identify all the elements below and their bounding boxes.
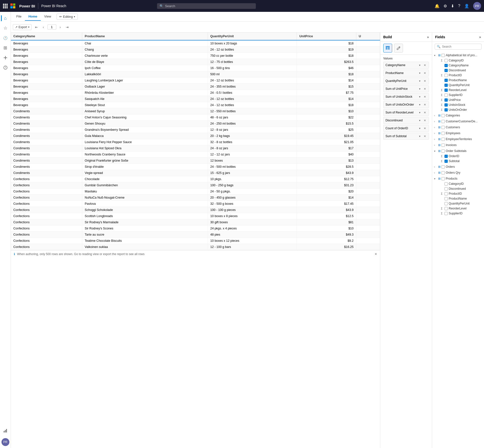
group-checkbox[interactable]	[442, 144, 445, 147]
value-chevron-down[interactable]: ▾	[418, 111, 422, 114]
tree-item[interactable]: Σ ✓ UnitsInStock	[432, 102, 484, 107]
value-chevron-down[interactable]: ▾	[418, 79, 422, 83]
field-checkbox[interactable]	[444, 182, 448, 186]
tree-item[interactable]: Σ CategoryID	[432, 181, 484, 186]
tree-item[interactable]: Σ SupplierID	[432, 93, 484, 97]
tree-item[interactable]: Σ ✓ ProductName	[432, 78, 484, 83]
value-remove[interactable]: ✕	[423, 134, 427, 138]
group-checkbox[interactable]	[442, 171, 445, 174]
value-remove[interactable]: ✕	[423, 95, 427, 99]
value-item[interactable]: Sum of UnitsInStock ▾ ✕	[383, 93, 429, 100]
field-checkbox[interactable]: ✓	[444, 155, 448, 158]
sidebar-item-home[interactable]: ⌂	[1, 14, 10, 23]
first-page-button[interactable]: ⇤	[34, 24, 40, 30]
value-chevron-down[interactable]: ▾	[418, 103, 422, 107]
value-remove[interactable]: ✕	[423, 126, 427, 130]
value-remove[interactable]: ✕	[423, 118, 427, 122]
next-page-button[interactable]: ›	[57, 24, 63, 30]
sidebar-item-favorites[interactable]: ☆	[1, 24, 10, 33]
value-chevron-down[interactable]: ▾	[418, 71, 422, 75]
value-item[interactable]: CategoryName ▾ ✕	[383, 62, 429, 69]
tree-group-header[interactable]: › ⊞ Invoices	[432, 142, 484, 148]
field-checkbox[interactable]	[444, 207, 448, 210]
tree-item[interactable]: Σ ProductName	[432, 196, 484, 201]
tree-item[interactable]: Σ ✓ ReorderLevel	[432, 88, 484, 93]
search-input[interactable]	[165, 4, 253, 8]
col-header-quantityperunit[interactable]: QuantityPerUnit	[208, 33, 297, 40]
sidebar-item-apps[interactable]: ⊞	[1, 43, 10, 52]
build-table-icon[interactable]	[383, 44, 392, 53]
sidebar-item-recent[interactable]: 🕐	[1, 34, 10, 42]
field-checkbox[interactable]	[444, 212, 448, 215]
value-item[interactable]: Sum of Subtotal ▾ ✕	[383, 133, 429, 140]
tree-item[interactable]: Σ ✓ UnitPrice	[432, 97, 484, 102]
data-table-container[interactable]: CategoryName ProductName QuantityPerUnit…	[11, 33, 380, 448]
tree-group-header[interactable]: › ⊞ Employees	[432, 131, 484, 136]
col-header-categoryname[interactable]: CategoryName	[11, 33, 82, 40]
tree-item[interactable]: Σ ✓ Discontinued	[432, 68, 484, 73]
value-chevron-down[interactable]: ▾	[418, 118, 422, 122]
account-icon[interactable]: 👤	[464, 4, 469, 8]
tree-item[interactable]: Σ ✓ OrderID	[432, 154, 484, 159]
build-edit-icon[interactable]	[394, 44, 403, 53]
value-item[interactable]: QuantityPerUnit ▾ ✕	[383, 77, 429, 84]
last-page-button[interactable]: ⇥	[64, 24, 70, 30]
tab-home[interactable]: Home	[25, 13, 41, 21]
field-checkbox[interactable]	[444, 197, 448, 200]
group-checkbox[interactable]	[442, 138, 445, 141]
value-chevron-down[interactable]: ▾	[418, 134, 422, 138]
tab-file[interactable]: File	[13, 13, 25, 21]
value-remove[interactable]: ✕	[423, 71, 427, 75]
value-remove[interactable]: ✕	[423, 79, 427, 83]
field-checkbox[interactable]	[444, 192, 448, 195]
close-bottom-bar[interactable]: ✕	[375, 252, 377, 256]
tree-item[interactable]: Σ ✓ UnitsOnOrder	[432, 107, 484, 112]
field-checkbox[interactable]	[444, 202, 448, 205]
help-icon[interactable]: ?	[458, 4, 460, 8]
tree-group-header[interactable]: ▾ ⊞ Alphabetical list of pro...	[432, 53, 484, 58]
notification-icon[interactable]: 🔔	[435, 4, 440, 8]
tree-group-header[interactable]: › ⊞ Orders Qry	[432, 170, 484, 175]
value-item[interactable]: ProductName ▾ ✕	[383, 70, 429, 76]
sidebar-profile-icon[interactable]: PR	[1, 438, 9, 446]
value-chevron-down[interactable]: ▾	[418, 95, 422, 99]
prev-page-button[interactable]: ‹	[40, 24, 46, 30]
value-chevron-down[interactable]: ▾	[418, 87, 422, 91]
tree-item[interactable]: Σ ✓ Subtotal	[432, 159, 484, 164]
editing-button[interactable]: ✏ Editing ▾	[57, 14, 78, 20]
field-checkbox[interactable]: ✓	[444, 103, 448, 107]
sidebar-item-learn[interactable]: ?	[1, 63, 10, 72]
tree-item[interactable]: Σ ReorderLevel	[432, 206, 484, 211]
tree-group-header[interactable]: ▾ ⊞ Products	[432, 176, 484, 181]
tree-group-header[interactable]: › ⊞ Orders	[432, 164, 484, 169]
group-checkbox[interactable]	[442, 126, 445, 129]
group-checkbox[interactable]	[442, 149, 445, 153]
tree-item[interactable]: Σ ✓ QuantityPerUnit	[432, 83, 484, 88]
group-checkbox[interactable]	[442, 177, 445, 180]
col-header-u[interactable]: U	[356, 33, 380, 40]
col-header-productname[interactable]: ProductName	[82, 33, 208, 40]
field-checkbox[interactable]: ✓	[444, 79, 448, 82]
export-button[interactable]: ↗ Export ▾	[13, 24, 32, 30]
field-checkbox[interactable]	[444, 59, 448, 62]
settings-icon[interactable]: ⚙	[444, 4, 447, 8]
value-chevron-down[interactable]: ▾	[418, 126, 422, 130]
field-checkbox[interactable]: ✓	[444, 69, 448, 72]
tree-group-header[interactable]: › ⊞ Categories	[432, 113, 484, 118]
value-remove[interactable]: ✕	[423, 103, 427, 107]
tree-group-header[interactable]: › ⊞ Customers	[432, 125, 484, 130]
tree-item[interactable]: Σ ProductID	[432, 191, 484, 196]
user-avatar[interactable]: PR	[473, 2, 481, 10]
group-checkbox[interactable]	[442, 120, 445, 123]
group-checkbox[interactable]	[442, 114, 445, 117]
group-checkbox[interactable]	[442, 165, 445, 168]
value-remove[interactable]: ✕	[423, 87, 427, 91]
value-remove[interactable]: ✕	[423, 63, 427, 67]
sidebar-item-create[interactable]	[1, 53, 10, 62]
value-item[interactable]: Count of OrderID ▾ ✕	[383, 125, 429, 132]
field-checkbox[interactable]: ✓	[444, 89, 448, 92]
value-remove[interactable]: ✕	[423, 111, 427, 114]
field-checkbox[interactable]	[444, 187, 448, 190]
value-item[interactable]: Discontinued ▾ ✕	[383, 117, 429, 124]
sidebar-item-metrics[interactable]	[1, 426, 10, 435]
